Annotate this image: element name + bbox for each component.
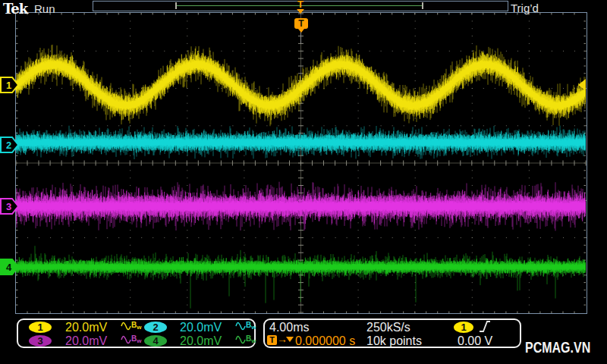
ch3-coupling: Bw <box>121 335 141 345</box>
ch3-position-marker: 3 <box>0 197 20 215</box>
ch1-badge: 1 <box>29 322 52 333</box>
record-view-trigger-arrow-icon <box>297 9 304 14</box>
svg-text:1: 1 <box>6 80 11 91</box>
ch3-badge: 3 <box>29 335 52 347</box>
ch2-badge: 2 <box>144 322 167 333</box>
trigger-position-flag: T <box>294 18 308 29</box>
trigger-delay-t-icon: T <box>267 335 277 345</box>
trigger-delay-down-icon <box>286 337 294 342</box>
ch4-ac-coupling-icon <box>235 335 246 345</box>
ch3-bandwidth-label: Bw <box>131 335 141 345</box>
sample-rate: 250kS/s <box>366 322 410 334</box>
ch2-ac-coupling-icon <box>235 322 246 331</box>
ch1-coupling: Bw <box>121 322 141 331</box>
svg-text:4: 4 <box>6 262 12 273</box>
svg-text:2: 2 <box>6 140 11 151</box>
ch4-position-marker: 4 <box>0 258 20 276</box>
time-per-div: 4.00ms <box>269 322 309 334</box>
trigger-level: 0.00 V <box>458 335 492 347</box>
ch1-ac-coupling-icon <box>121 322 131 331</box>
trigger-level-arrow-icon <box>577 77 588 93</box>
waveform-display <box>0 0 607 364</box>
ch1-scale: 20.0mV <box>65 322 107 334</box>
ch2-scale: 20.0mV <box>180 322 222 334</box>
ch4-bandwidth-label: Bw <box>246 335 256 345</box>
ch2-position-marker: 2 <box>0 136 20 154</box>
record-length: 10k points <box>366 335 422 347</box>
ch4-coupling: Bw <box>235 335 256 345</box>
ch3-ac-coupling-icon <box>121 335 131 345</box>
record-view-trigger-marker: T <box>297 0 304 9</box>
acquisition-status: Run <box>34 2 55 15</box>
tek-logo: Tek <box>3 1 27 17</box>
ch2-bandwidth-label: Bw <box>246 322 256 331</box>
trigger-slope-rising-icon <box>478 319 492 333</box>
trigger-status: Trig’d <box>511 2 539 14</box>
ch3-scale: 20.0mV <box>65 335 107 347</box>
ch4-badge: 4 <box>144 335 167 347</box>
ch1-bandwidth-label: Bw <box>131 322 141 331</box>
ch2-coupling: Bw <box>235 322 256 331</box>
ch1-position-marker: 1 <box>0 76 20 94</box>
ch4-scale: 20.0mV <box>180 335 222 347</box>
record-view-bracket-left <box>175 2 177 9</box>
trigger-position-flag-tail <box>298 29 304 33</box>
svg-text:3: 3 <box>6 201 11 212</box>
record-view-bracket-right <box>422 2 423 9</box>
watermark: PCMAG.VN <box>525 339 590 356</box>
trigger-delay-value: 0.000000 s <box>295 335 355 347</box>
trigger-source-badge: 1 <box>454 322 473 333</box>
